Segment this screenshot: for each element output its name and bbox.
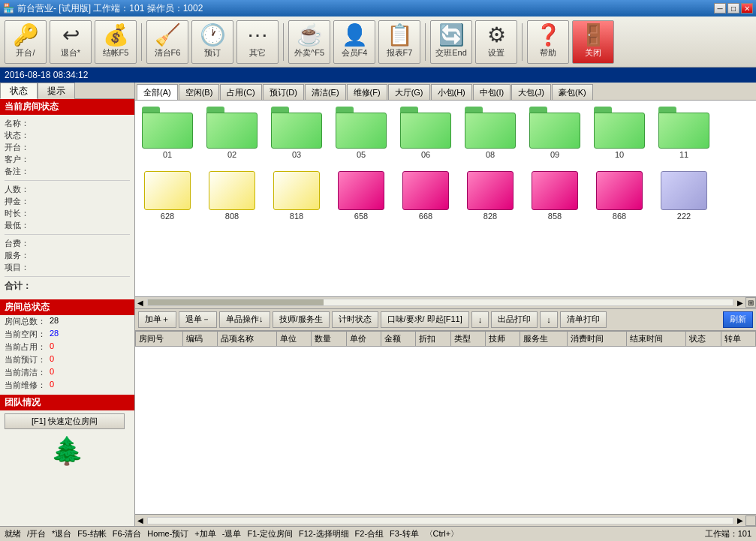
toolbar-other-button[interactable]: ⋯ 其它 xyxy=(236,20,279,64)
filter-bigbox[interactable]: 大包(J) xyxy=(511,84,551,100)
col-amount: 金额 xyxy=(381,331,416,346)
rooms-grid[interactable]: 01 02 03 xyxy=(135,101,756,296)
toolbar-reserve-button[interactable]: 🕐 预订 xyxy=(191,20,233,64)
room-03[interactable]: 03 xyxy=(270,107,323,159)
status-sep12: 〈Ctrl+〉 xyxy=(425,528,459,539)
separator-1 xyxy=(141,23,142,61)
filter-clean[interactable]: 清洁(E) xyxy=(305,84,346,100)
timer-status-button[interactable]: 计时状态 xyxy=(332,311,378,328)
separator-2 xyxy=(283,23,284,61)
taste-button[interactable]: 口味/要求/ 即起[F11] xyxy=(381,311,469,328)
room-808[interactable]: 808 xyxy=(206,171,258,221)
status-row-note: 备注： xyxy=(5,166,130,177)
room-868[interactable]: 868 xyxy=(593,171,646,221)
toolbar: 🔑 开台/ ↩ 退台* 💰 结帐F5 🧹 清台F6 🕐 预订 ⋯ 其它 ☕ 外卖… xyxy=(0,17,756,68)
summary-free: 当前空闲： 28 xyxy=(0,328,134,341)
status-sep7: -退单 xyxy=(222,528,242,539)
clear-print-button[interactable]: 清单打印 xyxy=(560,311,607,328)
broom-icon: 🧹 xyxy=(155,25,181,46)
filter-empty[interactable]: 空闲(B) xyxy=(179,84,220,100)
toolbar-open-button[interactable]: 🔑 开台/ xyxy=(5,20,47,64)
filter-bigroom[interactable]: 大厅(G) xyxy=(388,84,430,100)
arrow-down-btn2[interactable]: ↓ xyxy=(540,311,558,328)
filter-medbox[interactable]: 中包(I) xyxy=(473,84,511,100)
close-button[interactable]: ✕ xyxy=(741,3,753,14)
col-code: 编码 xyxy=(182,331,217,346)
status-sep6: +加单 xyxy=(194,528,215,539)
room-09[interactable]: 09 xyxy=(529,107,581,159)
scroll-left-btn[interactable]: ◀ xyxy=(135,299,146,307)
filter-smallbox[interactable]: 小包(H) xyxy=(431,84,472,100)
room-858[interactable]: 858 xyxy=(529,171,581,221)
table-scroll-right[interactable]: ▶ xyxy=(735,516,745,524)
tab-status[interactable]: 状态 xyxy=(0,83,38,99)
toolbar-shift-button[interactable]: 🔄 交班End xyxy=(430,20,472,64)
add-order-button[interactable]: 加单＋ xyxy=(138,311,176,328)
filter-maintenance[interactable]: 维修(F) xyxy=(347,84,387,100)
technician-button[interactable]: 技师/服务生 xyxy=(273,311,330,328)
toolbar-clear-button[interactable]: 🧹 清台F6 xyxy=(146,20,188,64)
arrow-down-btn1[interactable]: ↓ xyxy=(471,311,489,328)
filter-occupied[interactable]: 占用(C) xyxy=(220,84,261,100)
room-05[interactable]: 05 xyxy=(335,107,387,159)
room-628[interactable]: 628 xyxy=(141,171,194,221)
tab-tip[interactable]: 提示 xyxy=(38,83,75,99)
filter-all[interactable]: 全部(A) xyxy=(137,84,178,100)
status-row-customer: 客户： xyxy=(5,154,130,165)
col-qty: 数量 xyxy=(312,331,346,346)
toolbar-clear-label: 清台F6 xyxy=(155,47,181,59)
col-consume-time: 消费时间 xyxy=(567,331,626,346)
toolbar-member-button[interactable]: 👤 会员F4 xyxy=(333,20,375,64)
data-table-area[interactable]: 房间号 编码 品项名称 单位 数量 单价 金额 折扣 类型 技师 服务生 消费时… xyxy=(135,331,756,515)
room-222[interactable]: 222 xyxy=(658,171,710,221)
status-row-deposit: 押金： xyxy=(5,196,130,207)
scroll-track[interactable] xyxy=(147,299,733,306)
room-11[interactable]: 11 xyxy=(658,107,710,159)
room-02[interactable]: 02 xyxy=(206,107,258,159)
status-row-tablefee: 台费： xyxy=(5,238,130,249)
separator-3 xyxy=(425,23,426,61)
toolbar-external-button[interactable]: ☕ 外卖^F5 xyxy=(288,20,330,64)
print-out-button[interactable]: 出品打印 xyxy=(491,311,538,328)
refresh-button[interactable]: 刷新 xyxy=(723,311,753,328)
scroll-corner[interactable]: ⊞ xyxy=(745,297,756,308)
room-08[interactable]: 08 xyxy=(464,107,517,159)
toolbar-close-label: 关闭 xyxy=(585,47,601,59)
table-scroll-left[interactable]: ◀ xyxy=(135,516,146,524)
col-discount: 折扣 xyxy=(416,331,450,346)
toolbar-settings-button[interactable]: ⚙ 设置 xyxy=(475,20,517,64)
locate-room-button[interactable]: [F1] 快速定位房间 xyxy=(5,413,125,429)
scroll-right-btn[interactable]: ▶ xyxy=(735,299,745,307)
room-818[interactable]: 818 xyxy=(270,171,323,221)
horizontal-scrollbar[interactable]: ◀ ▶ ⊞ xyxy=(135,296,756,308)
room-10[interactable]: 10 xyxy=(593,107,646,159)
maximize-button[interactable]: □ xyxy=(727,3,739,14)
table-scroll-track[interactable] xyxy=(147,517,733,524)
single-op-button[interactable]: 单品操作↓ xyxy=(219,311,270,328)
room-01[interactable]: 01 xyxy=(141,107,194,159)
minimize-button[interactable]: ─ xyxy=(714,3,726,14)
table-scroll-corner[interactable] xyxy=(745,515,756,526)
toolbar-help-button[interactable]: ❓ 帮助 xyxy=(527,20,569,64)
help-icon: ❓ xyxy=(535,25,562,46)
remove-order-button[interactable]: 退单－ xyxy=(179,311,217,328)
room-filter-bar: 全部(A) 空闲(B) 占用(C) 预订(D) 清洁(E) 维修(F) 大厅(G… xyxy=(135,83,756,101)
room-668[interactable]: 668 xyxy=(399,171,452,221)
toolbar-exit-button[interactable]: ↩ 退台* xyxy=(50,20,92,64)
filter-reserved[interactable]: 预订(D) xyxy=(263,84,304,100)
scroll-thumb[interactable] xyxy=(148,299,324,305)
left-tab-bar: 状态 提示 xyxy=(0,83,134,99)
toolbar-close-button[interactable]: 🚪 关闭 xyxy=(572,20,614,64)
room-658[interactable]: 658 xyxy=(335,171,387,221)
table-hscrollbar[interactable]: ◀ ▶ xyxy=(135,514,756,526)
room-06[interactable]: 06 xyxy=(399,107,452,159)
filter-luxbox[interactable]: 豪包(K) xyxy=(552,84,593,100)
status-row-duration: 时长： xyxy=(5,208,130,219)
current-room-details: 名称： 状态： 开台： 客户： 备注： 人数： xyxy=(0,115,134,296)
toolbar-report-button[interactable]: 📋 报表F7 xyxy=(378,20,420,64)
room-828[interactable]: 828 xyxy=(464,171,517,221)
toolbar-checkout-button[interactable]: 💰 结帐F5 xyxy=(95,20,137,64)
rooms-container: 01 02 03 xyxy=(141,107,750,221)
col-transfer: 转单 xyxy=(721,331,755,346)
status-sep10: F2-合组 xyxy=(355,528,384,539)
